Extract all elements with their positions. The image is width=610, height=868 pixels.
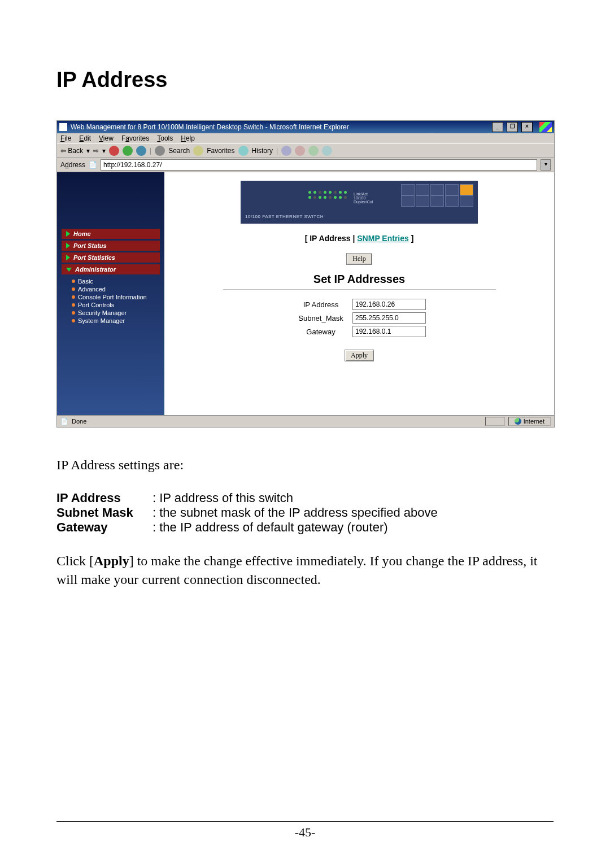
sidebar-sub-console[interactable]: Console Port Information — [72, 293, 160, 301]
back-menu-arrow-icon[interactable]: ▾ — [86, 147, 90, 155]
menu-edit[interactable]: Edit — [79, 134, 91, 142]
sidebar-item-administrator[interactable]: Administrator — [62, 264, 160, 274]
def-mask-desc: : the subnet mask of the IP address spec… — [152, 505, 438, 520]
subnet-mask-input[interactable] — [352, 312, 426, 324]
page-status-icon: 📄 — [60, 418, 68, 425]
search-icon[interactable] — [155, 146, 165, 156]
arrow-icon — [66, 243, 70, 248]
definitions: IP Address : IP address of this switch S… — [56, 491, 554, 535]
intro-paragraph: IP Address settings are: — [56, 456, 554, 474]
sidebar-item-label: Port Statistics — [73, 254, 115, 261]
refresh-icon[interactable] — [123, 146, 133, 156]
print-icon[interactable] — [295, 146, 305, 156]
menu-favorites[interactable]: Favorites — [121, 134, 149, 142]
forward-menu-arrow-icon[interactable]: ▾ — [102, 147, 106, 155]
gateway-label: Gateway — [293, 328, 349, 336]
content-pane: Link/Act 10/100 Duplex/Col 10/100 FAST E… — [164, 172, 554, 415]
mail-icon[interactable] — [281, 146, 291, 156]
minimize-button[interactable]: _ — [492, 122, 503, 132]
zone-text: Internet — [524, 418, 544, 425]
sidebar-sub-system[interactable]: System Manager — [72, 317, 160, 325]
bullet-icon — [72, 303, 75, 307]
subnet-mask-label: Subnet_Mask — [293, 314, 349, 322]
gateway-input[interactable] — [352, 326, 426, 337]
led-label-link: Link/Act — [354, 192, 373, 196]
tab-snmp-entries[interactable]: SNMP Entries — [357, 234, 409, 243]
history-icon[interactable] — [238, 146, 249, 156]
stop-icon[interactable] — [109, 146, 119, 156]
page-number: -45- — [295, 825, 316, 839]
menu-view[interactable]: View — [99, 134, 114, 142]
nav-sidebar: Home Port Status Port Statistics Adminis… — [57, 172, 164, 415]
address-bar: Address 📄 ▾ — [57, 158, 554, 172]
page-icon: 📄 — [89, 161, 97, 169]
edit-icon[interactable] — [308, 146, 319, 156]
page-footer: -45- — [56, 821, 554, 840]
divider — [223, 289, 496, 290]
def-ip-desc: : IP address of this switch — [152, 491, 293, 505]
sidebar-sub-security[interactable]: Security Manager — [72, 309, 160, 317]
def-gw-term: Gateway — [56, 520, 152, 535]
port-grid — [401, 184, 472, 206]
led-label-duplex: Duplex/Col — [354, 200, 373, 204]
sidebar-sub-port-controls[interactable]: Port Controls — [72, 301, 160, 309]
address-label: Address — [60, 161, 85, 169]
sidebar-item-port-statistics[interactable]: Port Statistics — [62, 252, 160, 263]
window-titlebar: Web Management for 8 Port 10/100M Intell… — [57, 121, 554, 133]
favorites-button[interactable]: Favorites — [207, 147, 234, 155]
def-ip-term: IP Address — [56, 491, 152, 505]
device-illustration: Link/Act 10/100 Duplex/Col 10/100 FAST E… — [241, 181, 478, 224]
arrow-down-icon — [66, 268, 72, 272]
bullet-icon — [72, 295, 75, 299]
tab-bracket: ] — [411, 234, 414, 243]
ip-address-input[interactable] — [352, 299, 426, 310]
ip-address-label: IP Address — [293, 300, 349, 309]
forward-button[interactable]: ⇨ — [93, 147, 99, 155]
apply-paragraph: Click [Apply] to make the change effecti… — [56, 552, 554, 588]
toolbar: ⇦ Back ▾ ⇨ ▾ | Search Favorites History … — [57, 143, 554, 158]
address-input[interactable] — [101, 159, 537, 171]
home-icon[interactable] — [136, 146, 146, 156]
status-text: Done — [72, 418, 86, 425]
tab-ip-address[interactable]: IP Address — [310, 234, 350, 243]
device-model-label: 10/100 FAST ETHERNET SWITCH — [245, 214, 324, 219]
led-grid — [308, 191, 347, 199]
apply-button[interactable]: Apply — [345, 350, 374, 361]
bullet-icon — [72, 319, 75, 322]
menu-file[interactable]: File — [60, 134, 71, 142]
sidebar-sub-basic[interactable]: Basic — [72, 277, 160, 285]
sidebar-item-label: Port Status — [73, 242, 107, 249]
status-box-empty — [485, 417, 504, 426]
back-button[interactable]: ⇦ Back — [60, 147, 83, 155]
page-title: IP Address — [56, 68, 554, 92]
menu-tools[interactable]: Tools — [157, 134, 173, 142]
arrow-icon — [66, 231, 70, 237]
sidebar-item-port-status[interactable]: Port Status — [62, 241, 160, 251]
menu-help[interactable]: Help — [181, 134, 195, 142]
status-zone: Internet — [508, 417, 551, 426]
page-tabs: [ IP Address | SNMP Entries ] — [305, 234, 414, 243]
browser-window: Web Management for 8 Port 10/100M Intell… — [56, 120, 555, 428]
address-dropdown-button[interactable]: ▾ — [541, 159, 551, 171]
search-button[interactable]: Search — [168, 147, 190, 155]
windows-logo-icon — [539, 122, 552, 132]
help-button[interactable]: Help — [346, 253, 372, 265]
arrow-icon — [66, 255, 70, 260]
tab-bracket: [ — [305, 234, 310, 243]
history-button[interactable]: History — [252, 147, 273, 155]
favorites-icon[interactable] — [193, 146, 203, 156]
content-heading: Set IP Addresses — [313, 273, 405, 286]
bullet-icon — [72, 280, 75, 283]
ip-form: IP Address Subnet_Mask Gateway — [293, 296, 426, 339]
def-gw-desc: : the IP address of default gateway (rou… — [152, 520, 388, 535]
close-button[interactable]: × — [521, 122, 533, 132]
sidebar-sub-advanced[interactable]: Advanced — [72, 285, 160, 293]
menu-bar: File Edit View Favorites Tools Help — [57, 133, 554, 143]
globe-icon — [515, 418, 521, 425]
discuss-icon[interactable] — [322, 146, 332, 156]
status-bar: 📄 Done Internet — [57, 415, 554, 427]
restore-button[interactable]: ❐ — [507, 122, 518, 132]
bullet-icon — [72, 311, 75, 315]
bullet-icon — [72, 287, 75, 291]
sidebar-item-home[interactable]: Home — [62, 229, 160, 239]
